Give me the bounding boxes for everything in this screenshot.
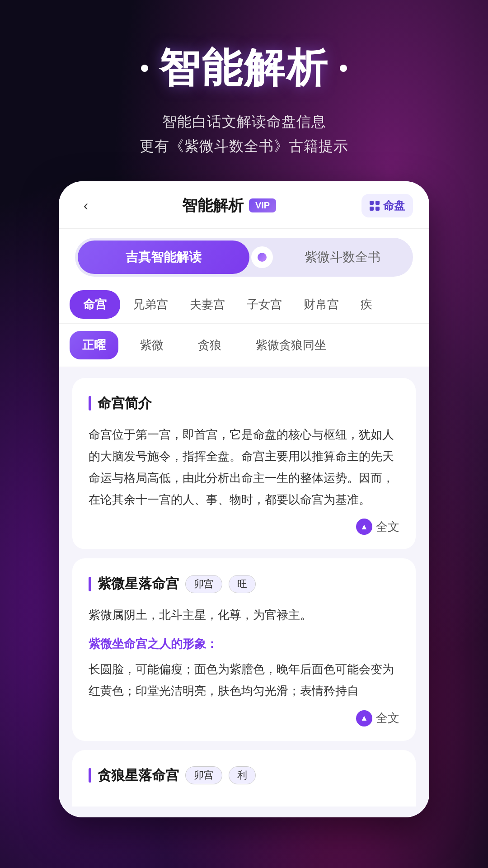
tab2-zhengyao[interactable]: 正曜 — [70, 331, 118, 359]
tab-minggong[interactable]: 命宫 — [70, 290, 120, 319]
card2-title-row: 紫微星落命宫 卯宫 旺 — [89, 575, 399, 593]
card2-badge2: 旺 — [229, 575, 256, 593]
tab-xiongdigong[interactable]: 兄弟宫 — [122, 287, 179, 322]
card2-read-more-row: ▲ 全文 — [89, 710, 399, 726]
tab-ji[interactable]: 疾 — [350, 287, 383, 322]
card-ziwei-minggong: 紫微星落命宫 卯宫 旺 紫微属阴土，北斗主星，化尊，为官禄主。 紫微坐命宫之人的… — [72, 558, 416, 741]
tab-row-2: 正曜 紫微 贪狼 紫微贪狼同坐 — [59, 324, 429, 367]
tab2-ziwei[interactable]: 紫微 — [127, 331, 176, 359]
back-button[interactable]: ‹ — [75, 195, 97, 217]
toggle-dot — [251, 246, 273, 268]
nav-bar: ‹ 智能解析 VIP 命盘 — [59, 181, 429, 229]
dot-right — [340, 65, 347, 72]
tab-zinvgong[interactable]: 子女宫 — [236, 287, 293, 322]
card3-title-bar — [89, 768, 91, 783]
toggle-container[interactable]: 吉真智能解读 紫微斗数全书 — [75, 238, 413, 277]
mingpan-button[interactable]: 命盘 — [361, 194, 413, 217]
dot-left — [141, 65, 148, 72]
vip-badge: VIP — [249, 198, 276, 212]
card2-title-bar — [89, 577, 91, 591]
tab2-tanlang[interactable]: 贪狼 — [185, 331, 234, 359]
card2-sub-title: 紫微坐命宫之人的形象： — [89, 633, 399, 655]
card2-title: 紫微星落命宫 — [98, 575, 179, 593]
subtitle-line1: 智能白话文解读命盘信息 — [162, 113, 326, 130]
card3-badge1: 卯宫 — [185, 766, 222, 784]
card2-read-more-btn[interactable]: ▲ — [356, 710, 372, 726]
tab-fuqigong[interactable]: 夫妻宫 — [179, 287, 236, 322]
subtitle-line2: 更有《紫微斗数全书》古籍提示 — [140, 138, 348, 154]
card2-read-more-text[interactable]: 全文 — [376, 710, 399, 726]
hero-subtitle: 智能白话文解读命盘信息 更有《紫微斗数全书》古籍提示 — [140, 109, 348, 159]
card-minggong-jianjie: 命宫简介 命宫位于第一宫，即首宫，它是命盘的核心与枢纽，犹如人的大脑发号施令，指… — [72, 378, 416, 549]
nav-center: 智能解析 VIP — [182, 195, 276, 216]
app-inner: ‹ 智能解析 VIP 命盘 吉真智能解读 紫微斗数全书 — [59, 181, 429, 817]
card3-title: 贪狼星落命宫 — [98, 766, 179, 785]
tab-caibogong[interactable]: 财帛宫 — [293, 287, 350, 322]
card1-body: 命宫位于第一宫，即首宫，它是命盘的核心与枢纽，犹如人的大脑发号施令，指挥全盘。命… — [89, 424, 399, 510]
grid-icon — [370, 201, 380, 211]
page-content: 智能解析 智能白话文解读命盘信息 更有《紫微斗数全书》古籍提示 ‹ 智能解析 V… — [0, 0, 488, 817]
card-tanlang-minggong: 贪狼星落命宫 卯宫 利 — [72, 750, 416, 807]
hero-title: 智能解析 — [159, 41, 329, 96]
card3-badge2: 利 — [229, 766, 256, 784]
card1-title-row: 命宫简介 — [89, 394, 399, 413]
toggle-row: 吉真智能解读 紫微斗数全书 — [59, 229, 429, 286]
toggle-option2[interactable]: 紫微斗数全书 — [275, 241, 410, 274]
card1-title: 命宫简介 — [98, 394, 152, 413]
tab2-ziwei-tanlang[interactable]: 紫微贪狼同坐 — [243, 331, 339, 359]
card1-read-more-text[interactable]: 全文 — [376, 519, 399, 535]
card2-badge1: 卯宫 — [185, 575, 222, 593]
card1-title-bar — [89, 396, 91, 410]
hero-title-row: 智能解析 — [141, 41, 347, 96]
toggle-option1[interactable]: 吉真智能解读 — [78, 241, 249, 274]
card1-read-more-row: ▲ 全文 — [89, 519, 399, 535]
card2-body: 紫微属阴土，北斗主星，化尊，为官禄主。 紫微坐命宫之人的形象： 长圆脸，可能偏瘦… — [89, 604, 399, 702]
card1-read-more-btn[interactable]: ▲ — [356, 519, 372, 535]
content-area: 命宫简介 命宫位于第一宫，即首宫，它是命盘的核心与枢纽，犹如人的大脑发号施令，指… — [59, 367, 429, 817]
card3-title-row: 贪狼星落命宫 卯宫 利 — [89, 766, 399, 785]
nav-title: 智能解析 — [182, 195, 244, 216]
phone-card: ‹ 智能解析 VIP 命盘 吉真智能解读 紫微斗数全书 — [59, 181, 429, 817]
tab-row-1: 命宫 兄弟宫 夫妻宫 子女宫 财帛宫 疾 — [59, 286, 429, 324]
